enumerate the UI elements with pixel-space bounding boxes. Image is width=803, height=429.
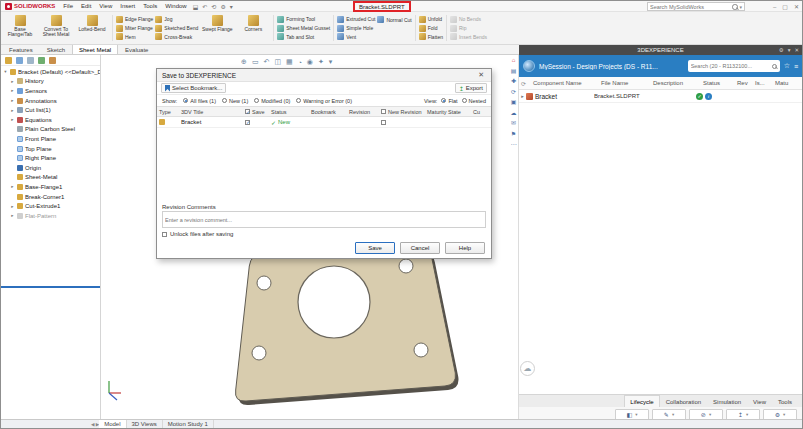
tree-item-sheet-metal[interactable]: Sheet-Metal (1, 173, 100, 183)
tab-3d-views[interactable]: 3D Views (127, 420, 163, 428)
sheet-metal-gusset-button[interactable]: Sheet Metal Gusset (277, 24, 330, 33)
lifecycle-tool-button-1[interactable]: ◧▾ (615, 409, 649, 420)
save-button[interactable]: Save (355, 242, 395, 254)
column-rev[interactable]: Rev (735, 80, 753, 86)
column-title[interactable]: 3DV Title (179, 109, 243, 115)
tab-collaboration[interactable]: Collaboration (660, 395, 707, 407)
lofted-bend-button[interactable]: Lofted-Bend (75, 13, 109, 43)
options-icon[interactable]: ⚙ (218, 3, 227, 10)
configuration-manager-tab-icon[interactable] (27, 57, 34, 64)
tree-item-base-flange[interactable]: Base-Flange1 (1, 182, 100, 192)
unlock-files-option[interactable]: Unlock files after saving (157, 228, 491, 240)
panel-splitter[interactable] (1, 286, 101, 288)
session-row-bracket[interactable]: Bracket Bracket.SLDPRT ✓ i (519, 90, 802, 103)
column-type[interactable]: Type (157, 109, 179, 115)
column-revision[interactable]: Revision (347, 109, 379, 115)
menu-tools[interactable]: Tools (139, 3, 161, 9)
tab-evaluate[interactable]: Evaluate (118, 44, 155, 54)
column-bookmark[interactable]: Bookmark (309, 109, 347, 115)
hem-button[interactable]: Hem (116, 32, 153, 41)
cancel-button[interactable]: Cancel (400, 242, 440, 254)
menu-edit[interactable]: Edit (77, 3, 95, 9)
revision-comment-input[interactable] (163, 212, 485, 227)
cross-break-button[interactable]: Cross-Break (155, 32, 198, 41)
menu-window[interactable]: Window (161, 3, 190, 9)
tab-features[interactable]: Features (2, 44, 40, 54)
tab-scroll-arrows[interactable] (91, 422, 99, 427)
tree-item-cut-list[interactable]: Cut list(1) (1, 105, 100, 115)
forming-tool-button[interactable]: Forming Tool (277, 15, 330, 24)
tab-view[interactable]: View (747, 395, 772, 407)
normal-cut-button[interactable]: Normal Cut (377, 15, 411, 24)
tab-tools[interactable]: Tools (772, 395, 798, 407)
expand-arrow-icon[interactable] (10, 79, 15, 84)
expand-arrow-icon[interactable] (10, 204, 15, 209)
miter-flange-button[interactable]: Miter Flange (116, 24, 153, 33)
tree-item-front-plane[interactable]: Front Plane (1, 134, 100, 144)
zoom-area-icon[interactable]: ▭ (252, 58, 259, 66)
export-button[interactable]: ↥ Export (455, 83, 487, 93)
new-revision-all-checkbox[interactable] (381, 109, 386, 114)
compass-icon[interactable] (523, 60, 535, 72)
view-orientation-icon[interactable]: ▦ (286, 58, 293, 66)
new-revision-checkbox[interactable] (381, 120, 386, 125)
save-checkbox[interactable] (245, 120, 250, 125)
panel-menu-icon[interactable]: ≡ (794, 63, 798, 70)
filter-all-files[interactable]: All files (1) (183, 98, 216, 104)
favorites-icon[interactable]: ☆ (784, 62, 790, 70)
maximize-icon[interactable]: ▢ (782, 3, 788, 10)
menu-insert[interactable]: Insert (116, 3, 139, 9)
fold-button[interactable]: Fold (419, 24, 443, 33)
property-manager-tab-icon[interactable] (16, 57, 23, 64)
search-dropdown-icon[interactable]: ▾ (739, 4, 742, 10)
column-new-revision[interactable]: New Revision (379, 109, 425, 115)
expand-arrow-icon[interactable] (10, 98, 15, 103)
3dexperience-compass-icon[interactable]: ⌂ (512, 57, 516, 63)
lifecycle-tool-button-4[interactable]: ↥▾ (726, 409, 760, 420)
column-status[interactable]: Status (269, 109, 309, 115)
view-settings-dropdown-icon[interactable]: ▾ (329, 58, 333, 66)
filter-new[interactable]: New (1) (222, 98, 248, 104)
refresh-icon[interactable]: ⟳ (519, 80, 531, 87)
expand-arrow-icon[interactable] (519, 93, 526, 99)
corners-button[interactable]: Corners (236, 13, 270, 43)
extruded-cut-button[interactable]: Extruded Cut (337, 15, 375, 24)
unlock-checkbox[interactable] (162, 232, 167, 237)
expand-arrow-icon[interactable] (10, 184, 15, 189)
close-panel-icon[interactable]: ✕ (794, 47, 799, 53)
tab-and-slot-button[interactable]: Tab and Slot (277, 32, 330, 41)
expand-arrow-icon[interactable] (3, 69, 8, 74)
zoom-fit-icon[interactable]: ⊕ (241, 58, 247, 66)
column-is[interactable]: Is... (753, 80, 773, 86)
add-icon[interactable]: ✚ (511, 77, 516, 84)
tree-item-top-plane[interactable]: Top Plane (1, 144, 100, 154)
tree-item-history[interactable]: History (1, 77, 100, 87)
select-all-checkbox[interactable] (245, 109, 250, 114)
simple-hole-button[interactable]: Simple Hole (337, 24, 375, 33)
tree-item-part-root[interactable]: Bracket (Default) <<Default>_Display (1, 67, 100, 77)
collapse-icon[interactable]: ▾ (788, 47, 791, 53)
search-box[interactable]: ▾ (647, 2, 745, 11)
tree-item-equations[interactable]: Equations (1, 115, 100, 125)
sync-icon[interactable]: ⟳ (511, 88, 516, 95)
select-bookmark-button[interactable]: Select Bookmark... (161, 83, 226, 93)
column-status[interactable]: Status (701, 80, 735, 86)
menu-file[interactable]: File (59, 3, 77, 9)
settings-icon[interactable]: ⚙ (779, 47, 784, 53)
tab-sheet-metal[interactable]: Sheet Metal (72, 44, 118, 54)
hide-show-items-icon[interactable]: ◉ (307, 58, 313, 66)
file-row-bracket[interactable]: Bracket ✓New (157, 117, 491, 128)
dialog-title-bar[interactable]: Save to 3DEXPERIENCE ✕ (157, 69, 491, 82)
session-search-box[interactable] (688, 60, 780, 72)
lifecycle-tool-button-5[interactable]: ⚙▾ (763, 409, 797, 420)
filter-warning-error[interactable]: Warning or Error (0) (296, 98, 352, 104)
messages-icon[interactable]: ✉ (511, 119, 516, 126)
tree-item-origin[interactable]: Origin (1, 163, 100, 173)
swept-flange-button[interactable]: Swept Flange (200, 13, 234, 43)
expand-arrow-icon[interactable] (10, 213, 15, 218)
dialog-close-icon[interactable]: ✕ (476, 71, 486, 79)
jog-button[interactable]: Jog (155, 15, 198, 24)
column-component-name[interactable]: Component Name (531, 80, 599, 86)
close-icon[interactable]: ✕ (794, 3, 799, 10)
column-maturity-state[interactable]: Maturity State (425, 109, 471, 115)
